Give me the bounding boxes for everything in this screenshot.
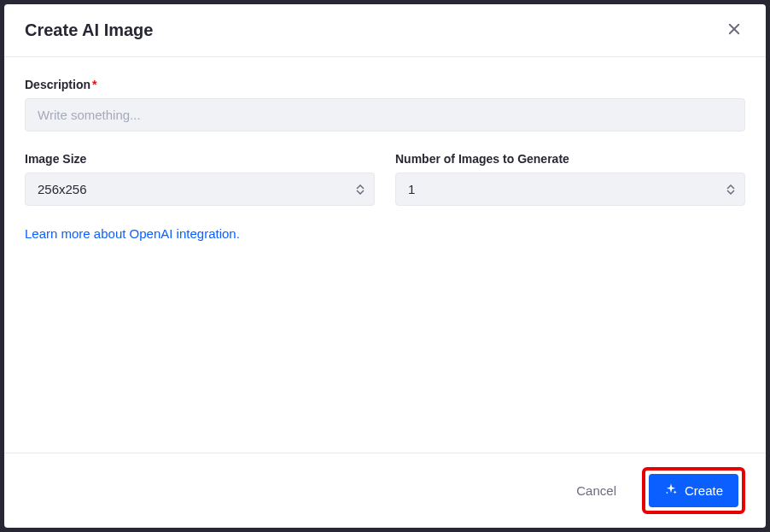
create-ai-image-modal: Create AI Image Description* Image Size [4, 4, 766, 528]
select-row: Image Size 256x256 Number of Images to G… [25, 152, 745, 226]
modal-footer: Cancel Create [4, 453, 766, 528]
learn-more-link[interactable]: Learn more about OpenAI integration. [25, 226, 240, 241]
sparkle-icon [664, 482, 678, 499]
image-size-select-wrapper: 256x256 [25, 172, 375, 206]
create-button-label: Create [685, 483, 723, 498]
required-asterisk: * [92, 78, 96, 91]
description-label: Description* [25, 78, 745, 91]
image-size-label: Image Size [25, 152, 375, 166]
create-button[interactable]: Create [649, 474, 738, 507]
num-images-select-wrapper: 1 [395, 172, 745, 206]
modal-body: Description* Image Size 256x256 Number [4, 57, 766, 453]
cancel-button[interactable]: Cancel [561, 475, 632, 506]
close-button[interactable] [723, 18, 745, 43]
image-size-select[interactable]: 256x256 [25, 172, 375, 206]
close-icon [726, 21, 742, 39]
modal-header: Create AI Image [4, 4, 766, 57]
create-button-highlight: Create [642, 467, 745, 514]
description-group: Description* [25, 78, 745, 132]
description-input[interactable] [25, 98, 745, 132]
image-size-group: Image Size 256x256 [25, 152, 375, 206]
modal-title: Create AI Image [25, 20, 153, 40]
num-images-select[interactable]: 1 [395, 172, 745, 206]
description-label-text: Description [25, 78, 90, 91]
num-images-label: Number of Images to Generate [395, 152, 745, 166]
num-images-group: Number of Images to Generate 1 [395, 152, 745, 206]
